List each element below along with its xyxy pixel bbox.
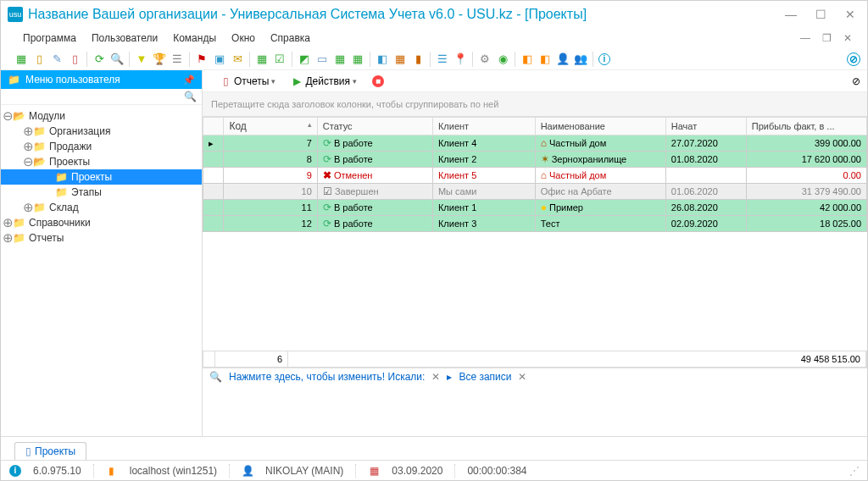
expander-icon[interactable]: ⊕ (23, 202, 33, 213)
data-grid: Код▴ Статус Клиент Наименование Начат Пр… (203, 117, 867, 436)
col-name[interactable]: Наименование (535, 118, 665, 135)
menu-program[interactable]: Программа (16, 30, 83, 46)
image-icon[interactable]: ▣ (213, 53, 226, 66)
table-row[interactable]: 9✖ ОтмененКлиент 5⌂ Частный дом0.00 (203, 168, 867, 184)
bell-icon[interactable]: ◧ (538, 53, 552, 66)
play-icon: ▶ (291, 75, 303, 87)
content-toolbar: ▯ Отчеты ▾ ▶ Действия ▾ ■ ⊘ (203, 70, 867, 92)
tree-node-3[interactable]: ⊖📂Проекты (1, 154, 202, 169)
mail-icon[interactable]: ✉ (231, 53, 244, 66)
menu-window[interactable]: Окно (225, 30, 262, 46)
open-icon[interactable]: ▯ (32, 53, 46, 66)
menu-icon[interactable]: ☰ (436, 53, 449, 66)
tree-node-7[interactable]: ⊕📁Справочники (1, 215, 202, 230)
stop-button[interactable]: ■ (372, 75, 384, 87)
clear-search-icon[interactable]: ✕ (431, 371, 440, 383)
palette-icon[interactable]: ▦ (393, 53, 407, 66)
edit-icon[interactable]: ✎ (50, 53, 64, 66)
window-icon[interactable]: ◧ (376, 53, 389, 66)
flag-icon[interactable]: ⚑ (195, 53, 209, 66)
reports-button[interactable]: ▯ Отчеты ▾ (214, 74, 281, 89)
tree-node-5[interactable]: 📁Этапы (1, 185, 202, 200)
users-icon[interactable]: 👥 (574, 53, 587, 66)
actions-button[interactable]: ▶ Действия ▾ (286, 74, 362, 89)
expander-icon[interactable]: ⊖ (23, 157, 33, 167)
search-icon[interactable]: 🔍 (110, 53, 124, 66)
refresh-icon[interactable]: ⟳ (92, 53, 106, 66)
mdi-restore-button[interactable]: ❐ (819, 30, 835, 46)
delete-icon[interactable]: ▯ (68, 53, 81, 66)
table-row[interactable]: ▸7⟳ В работеКлиент 4⌂ Частный дом27.07.2… (203, 135, 867, 152)
trophy-icon[interactable]: 🏆 (153, 53, 166, 66)
rss-icon[interactable]: ◧ (520, 53, 534, 66)
excel-icon[interactable]: ▦ (333, 53, 347, 66)
col-code[interactable]: Код▴ (224, 118, 317, 135)
grid-icon[interactable]: ▦ (255, 53, 269, 66)
mdi-close-button[interactable]: ✕ (840, 30, 855, 46)
filter-all[interactable]: Все записи (459, 371, 511, 383)
check-icon[interactable]: ☑ (273, 53, 287, 66)
resize-grip[interactable]: ⋰ (849, 465, 859, 477)
help-icon[interactable]: ⊘ (847, 53, 860, 66)
status-bar: i 6.0.975.10 ▮ localhost (win1251) 👤 NIK… (1, 460, 867, 480)
pin-icon[interactable]: 📍 (453, 53, 467, 66)
filter-icon[interactable]: ▼ (135, 53, 148, 66)
folder-icon: 📁 (33, 125, 46, 137)
menu-commands[interactable]: Команды (166, 30, 223, 46)
table-row[interactable]: 12⟳ В работеКлиент 3Тест02.09.202018 025… (203, 216, 867, 232)
tree-node-0[interactable]: ⊖📂Модули (1, 108, 202, 124)
cell-client: Клиент 4 (432, 135, 535, 152)
cell-profit: 18 025.00 (746, 216, 866, 232)
close-button[interactable]: ✕ (840, 4, 860, 25)
minimize-button[interactable]: — (780, 4, 802, 25)
col-profit[interactable]: Прибыль факт, в ... (746, 118, 866, 135)
name-icon: ● (541, 202, 547, 213)
expander-icon[interactable]: ⊕ (23, 141, 33, 152)
tree-node-6[interactable]: ⊕📁Склад (1, 200, 202, 215)
group-panel[interactable]: Перетащите сюда заголовок колонки, чтобы… (203, 92, 867, 117)
tab-projects[interactable]: ▯ Проекты (14, 442, 86, 460)
expander-icon[interactable]: ⊕ (3, 233, 13, 243)
menu-help[interactable]: Справка (264, 30, 317, 46)
maximize-button[interactable]: ☐ (810, 4, 832, 25)
form-icon[interactable]: ▭ (315, 53, 329, 66)
gear-icon[interactable]: ⚙ (478, 53, 492, 66)
table-row[interactable]: 11⟳ В работеКлиент 1● Пример26.08.202042… (203, 200, 867, 216)
col-client[interactable]: Клиент (432, 118, 535, 135)
expander-icon[interactable]: ⊕ (23, 126, 33, 136)
folder-icon: 📁 (55, 186, 68, 198)
new-icon[interactable]: ▦ (14, 53, 28, 66)
clear-filter-icon[interactable]: ✕ (518, 371, 526, 383)
search-icon[interactable]: 🔍 (209, 371, 222, 383)
tree-node-4[interactable]: 📁Проекты (1, 169, 202, 185)
indicator-column (203, 118, 224, 135)
tree-node-2[interactable]: ⊕📁Продажи (1, 139, 202, 154)
user-icon[interactable]: 👤 (556, 53, 570, 66)
table-row[interactable]: 10☑ ЗавершенМы самиОфис на Арбате01.06.2… (203, 184, 867, 200)
list-icon[interactable]: ☰ (170, 53, 184, 66)
expander-icon[interactable]: ⊕ (3, 218, 13, 228)
info-icon[interactable]: i (598, 53, 610, 65)
menu-users[interactable]: Пользователи (85, 30, 164, 46)
globe-icon[interactable]: ◉ (496, 53, 509, 66)
content-help-icon[interactable]: ⊘ (852, 75, 860, 87)
pin-icon[interactable]: 📌 (183, 75, 195, 86)
chart-icon[interactable]: ▮ (411, 53, 425, 66)
export-icon[interactable]: ▦ (351, 53, 364, 66)
mdi-minimize-button[interactable]: — (797, 30, 814, 46)
row-indicator (203, 216, 224, 232)
tree-node-1[interactable]: ⊕📁Организация (1, 124, 202, 139)
expander-icon[interactable]: ⊖ (3, 111, 13, 121)
tree-node-8[interactable]: ⊕📁Отчеты (1, 230, 202, 246)
table-row[interactable]: 8⟳ В работеКлиент 2✶ Зернохранилище01.08… (203, 152, 867, 168)
col-start[interactable]: Начат (665, 118, 746, 135)
cell-profit: 399 000.00 (746, 135, 866, 152)
add-icon[interactable]: ◩ (298, 53, 311, 66)
document-icon: ▯ (25, 445, 31, 457)
cell-code: 11 (224, 200, 317, 216)
col-status[interactable]: Статус (317, 118, 432, 135)
filter-hint[interactable]: Нажмите здесь, чтобы изменить! Искали: (229, 371, 425, 383)
info-icon[interactable]: i (9, 465, 21, 477)
window-title: Название Вашей организации - Универсальн… (28, 7, 587, 22)
search-icon[interactable]: 🔍 (184, 91, 197, 102)
